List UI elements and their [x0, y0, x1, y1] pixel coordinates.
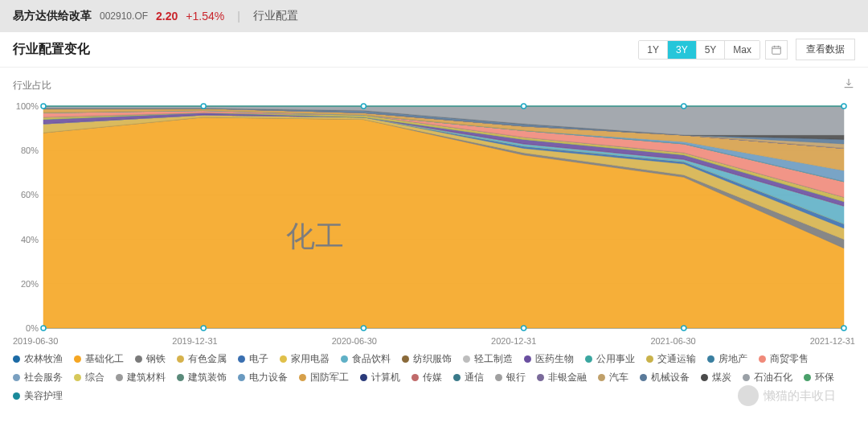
legend-item[interactable]: 食品饮料 [341, 352, 391, 366]
legend-swatch [360, 374, 367, 381]
legend-item[interactable]: 农林牧渔 [13, 352, 63, 366]
legend-item[interactable]: 交通运输 [646, 352, 696, 366]
legend-item[interactable]: 石油石化 [743, 371, 792, 384]
legend-swatch [463, 355, 470, 363]
legend-label: 农林牧渔 [24, 352, 63, 366]
legend-swatch [402, 355, 409, 363]
legend-swatch [646, 355, 653, 363]
legend-swatch [13, 355, 20, 363]
legend-label: 传媒 [423, 371, 442, 384]
legend-label: 轻工制造 [474, 352, 513, 366]
legend-item[interactable]: 机械设备 [640, 371, 690, 384]
legend-item[interactable]: 轻工制造 [463, 352, 513, 366]
legend-swatch [495, 374, 502, 381]
legend-swatch [74, 355, 81, 363]
legend-item[interactable]: 钢铁 [135, 352, 166, 366]
legend-item[interactable]: 公用事业 [585, 352, 635, 366]
legend-item[interactable]: 建筑装饰 [177, 371, 227, 384]
legend-item[interactable]: 银行 [495, 371, 526, 384]
legend-item[interactable]: 纺织服饰 [402, 352, 452, 366]
x-tick: 2019-06-30 [13, 336, 58, 346]
legend-item[interactable]: 国防军工 [299, 371, 349, 384]
legend-item[interactable]: 有色金属 [177, 352, 227, 366]
section-tab[interactable]: 行业配置 [253, 9, 298, 23]
legend-item[interactable]: 电力设备 [238, 371, 288, 384]
legend-item[interactable]: 家用电器 [280, 352, 330, 366]
legend-swatch [804, 374, 811, 381]
svg-point-19 [522, 326, 526, 331]
legend-item[interactable]: 煤炭 [701, 371, 731, 384]
legend-swatch [707, 355, 714, 363]
legend-item[interactable]: 医药生物 [524, 352, 574, 366]
legend-swatch [299, 374, 306, 381]
legend-swatch [238, 355, 245, 363]
stacked-area-plot[interactable]: 0%20%40%60%80%100% 化工 [13, 98, 855, 333]
fund-change: +1.54% [186, 10, 224, 23]
legend-item[interactable]: 综合 [74, 371, 104, 384]
svg-text:20%: 20% [21, 279, 39, 289]
legend-swatch [13, 392, 20, 400]
range-3Y[interactable]: 3Y [668, 41, 697, 59]
header-bar: 易方达供给改革 002910.OF 2.20 +1.54% | 行业配置 [0, 0, 868, 32]
watermark: 懒猫的丰收日 [738, 385, 836, 406]
legend-swatch [743, 374, 750, 381]
legend-item[interactable]: 计算机 [360, 371, 400, 384]
range-1Y[interactable]: 1Y [639, 41, 668, 59]
fund-name: 易方达供给改革 [13, 9, 92, 23]
legend-label: 建筑材料 [127, 371, 166, 384]
watermark-text: 懒猫的丰收日 [764, 388, 836, 404]
x-tick: 2021-06-30 [650, 336, 695, 346]
legend-item[interactable]: 传媒 [411, 371, 442, 384]
legend-swatch [135, 355, 142, 363]
legend-item[interactable]: 美容护理 [13, 389, 63, 403]
legend-swatch [13, 374, 20, 381]
legend-swatch [280, 355, 287, 363]
panel-controls: 1Y3Y5YMax 查看数据 [638, 39, 855, 60]
legend-item[interactable]: 通信 [453, 371, 484, 384]
download-button[interactable] [842, 77, 855, 93]
legend-label: 美容护理 [24, 389, 63, 403]
legend-label: 基础化工 [85, 352, 124, 366]
svg-text:80%: 80% [21, 146, 39, 155]
svg-point-15 [201, 326, 206, 331]
svg-text:100%: 100% [16, 101, 39, 111]
legend-swatch [177, 374, 184, 381]
legend-swatch [116, 374, 123, 381]
legend-label: 机械设备 [651, 371, 690, 384]
legend-item[interactable]: 社会服务 [13, 371, 63, 384]
legend-label: 社会服务 [24, 371, 63, 384]
svg-text:0%: 0% [26, 323, 39, 333]
legend-item[interactable]: 环保 [804, 371, 834, 384]
legend-swatch [701, 374, 708, 381]
fund-price: 2.20 [156, 10, 178, 23]
calendar-button[interactable] [765, 40, 788, 60]
svg-point-21 [682, 326, 686, 331]
legend-item[interactable]: 汽车 [598, 371, 628, 384]
legend-label: 公用事业 [596, 352, 635, 366]
legend-label: 银行 [506, 371, 526, 384]
view-data-button[interactable]: 查看数据 [796, 39, 855, 60]
legend-item[interactable]: 商贸零售 [759, 352, 809, 366]
legend-item[interactable]: 建筑材料 [116, 371, 166, 384]
legend-item[interactable]: 非银金融 [537, 371, 587, 384]
range-5Y[interactable]: 5Y [697, 41, 726, 59]
x-tick: 2019-12-31 [172, 336, 217, 346]
legend-swatch [411, 374, 419, 381]
legend: 懒猫的丰收日 农林牧渔基础化工钢铁有色金属电子家用电器食品饮料纺织服饰轻工制造医… [0, 346, 868, 411]
range-Max[interactable]: Max [725, 41, 760, 59]
legend-swatch [453, 374, 461, 381]
legend-item[interactable]: 房地产 [707, 352, 747, 366]
legend-swatch [341, 355, 348, 363]
legend-item[interactable]: 基础化工 [74, 352, 124, 366]
x-tick: 2021-12-31 [810, 336, 855, 346]
calendar-icon [771, 44, 782, 55]
svg-point-22 [682, 104, 686, 109]
chart-area: 行业占比 0%20%40%60%80%100% 化工 2019-06-30201… [0, 68, 868, 346]
fund-code: 002910.OF [100, 10, 148, 22]
x-tick: 2020-06-30 [332, 336, 377, 346]
legend-item[interactable]: 电子 [238, 352, 268, 366]
download-icon [842, 77, 855, 90]
legend-label: 家用电器 [291, 352, 330, 366]
y-axis-label: 行业占比 [13, 79, 51, 92]
legend-label: 交通运输 [657, 352, 696, 366]
